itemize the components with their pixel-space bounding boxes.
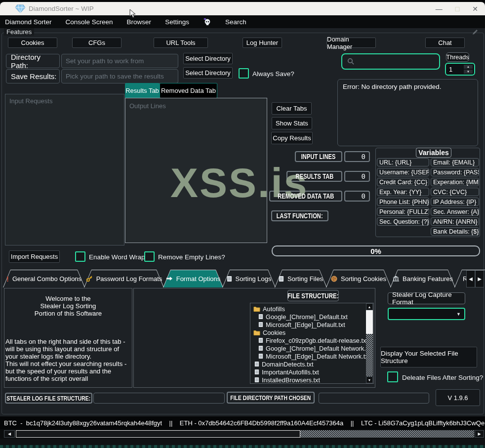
exclamation-icon: ! [6, 275, 9, 283]
input-lines-count: 0 [344, 151, 370, 162]
select-directory-button-2[interactable]: Select Directory [183, 67, 233, 79]
cookie-icon [331, 276, 337, 282]
import-requests-button[interactable]: Import Requests [9, 250, 60, 263]
welcome-line-1: Welcome to the [4, 295, 132, 302]
tab-sorting-logs[interactable]: Sorting Logs [222, 270, 276, 287]
skull-icon[interactable] [196, 15, 218, 28]
file-icon [258, 337, 263, 343]
tree-item-file[interactable]: Google_[Chrome]_Default Network.txt [250, 344, 373, 352]
clear-tabs-button[interactable]: Clear Tabs [272, 102, 312, 115]
variable-sec-answer: Sec. Answer: {A} [431, 207, 479, 216]
tree-item-file[interactable]: Microsoft_[Edge]_Default Network.txt [250, 352, 373, 360]
tree-scrollbar[interactable]: ▲ ▼ [366, 303, 373, 383]
display-file-structure-button[interactable]: Display Your Selected File Structure [380, 347, 477, 367]
word-wrap-label: Enable Word Wrap? [89, 253, 149, 261]
input-requests-area[interactable]: Input Requests [5, 94, 124, 245]
key-icon [86, 275, 93, 282]
hscrollbar-track[interactable] [300, 430, 474, 438]
search-box[interactable] [341, 53, 440, 70]
chat-button[interactable]: Chat [425, 38, 465, 48]
log-hunter-button[interactable]: Log Hunter [242, 38, 282, 48]
menu-search[interactable]: Search [218, 15, 253, 28]
document-icon [279, 276, 284, 282]
cfgs-button[interactable]: CFGs [72, 38, 121, 48]
pencil-icon [472, 29, 479, 36]
maximize-button[interactable]: □ [455, 5, 459, 13]
domain-manager-button[interactable]: Domain Manager [326, 38, 376, 48]
tab-sorting-files[interactable]: Sorting Files [275, 270, 327, 287]
save-results-input[interactable] [62, 73, 178, 80]
cookies-button[interactable]: Cookies [8, 38, 57, 48]
threads-spinner[interactable]: 1 ▲ ▼ [445, 63, 475, 76]
arrow-right-icon [166, 276, 173, 281]
tree-item-file[interactable]: Google_[Chrome]_Default.txt [250, 313, 373, 321]
always-save-checkbox[interactable] [239, 68, 249, 79]
file-directory-path-field[interactable] [319, 393, 429, 404]
input-requests-placeholder: Input Requests [9, 97, 120, 105]
menu-settings[interactable]: Settings [158, 15, 196, 28]
scrollbar-thumb[interactable] [366, 310, 373, 334]
tab-results[interactable]: Results Tab [125, 83, 160, 98]
scroll-left-button[interactable]: ◀ [4, 430, 15, 438]
tree-item-folder[interactable]: Autofills [250, 305, 373, 313]
bank-icon [393, 276, 399, 282]
tree-item-file[interactable]: Microsoft_[Edge]_Default.txt [250, 321, 373, 328]
remove-empty-label: Remove Empty Lines? [158, 253, 225, 261]
scroll-up-button[interactable]: ▲ [366, 303, 373, 310]
directory-path-input[interactable] [62, 57, 178, 65]
word-wrap-checkbox[interactable] [75, 251, 85, 262]
file-tree[interactable]: Autofills Google_[Chrome]_Default.txt Mi… [250, 303, 374, 384]
copy-results-button[interactable]: Copy Results [271, 132, 313, 144]
input-lines-label: INPUT LINES [295, 151, 342, 162]
hscrollbar-thumb[interactable] [16, 430, 300, 438]
menu-bar: Diamond Sorter Console Screen Browser Se… [0, 15, 485, 28]
file-icon [258, 345, 263, 351]
tab-removed-data[interactable]: Removed Data Tab [160, 83, 217, 98]
file-icon [258, 314, 263, 320]
variable-cvc: CVC: {CVC} [431, 188, 479, 196]
close-button[interactable]: ✕ [472, 5, 478, 13]
tab-general-combo-options[interactable]: !General Combo Options [3, 270, 85, 287]
tab-format-options[interactable]: Format Options [163, 270, 223, 287]
select-directory-button-1[interactable]: Select Directory [183, 53, 233, 64]
menu-browser[interactable]: Browser [120, 15, 159, 28]
tree-item-file[interactable]: ImportantAutofills.txt [250, 368, 373, 376]
capture-format-dropdown[interactable]: ▼ [388, 308, 465, 320]
delete-files-label: Deleate Files After Sorting? [402, 374, 483, 381]
tree-item-file[interactable]: InstalledBrowsers.txt [250, 376, 373, 384]
search-icon [347, 58, 355, 65]
crypto-addresses: BTC - bc1q78jk24l3uty88xgy26vatam45rqkah… [4, 419, 485, 427]
delete-files-checkbox[interactable] [387, 371, 398, 382]
tab-sorting-cookies[interactable]: Sorting Cookies [326, 270, 391, 287]
minimize-button[interactable]: — [436, 5, 443, 13]
folder-icon [253, 330, 260, 335]
stealer-log-structure-field[interactable] [93, 393, 225, 404]
variables-title: Variables [416, 148, 451, 158]
threads-down-button[interactable]: ▼ [464, 70, 473, 74]
file-icon [254, 377, 259, 383]
tab-scroll-right-button[interactable]: ▶ [475, 270, 484, 287]
stealer-log-structure-label: STEALER LOG FILE STRUCTURE: [5, 393, 92, 404]
tree-item-file[interactable]: DomainDetects.txt [250, 360, 373, 368]
menu-diamond-sorter[interactable]: Diamond Sorter [0, 15, 59, 28]
menu-console-screen[interactable]: Console Screen [59, 15, 120, 28]
file-icon [258, 322, 263, 327]
remove-empty-checkbox[interactable] [144, 251, 155, 262]
directory-path-label: Directory Path: [6, 54, 60, 68]
tree-item-folder[interactable]: Cookies [250, 328, 373, 336]
url-tools-button[interactable]: URL Tools [154, 38, 208, 48]
output-lines-area[interactable]: Output Lines [125, 98, 267, 243]
document-icon [227, 276, 232, 282]
show-stats-button[interactable]: Show Stats [272, 117, 312, 129]
tab-banking-features[interactable]: Banking Features [390, 270, 455, 287]
scroll-down-button[interactable]: ▼ [366, 376, 373, 383]
threads-up-button[interactable]: ▲ [464, 65, 473, 69]
tree-item-file[interactable]: Firefox_c09zp0gb.default-release.txt [250, 336, 373, 344]
tab-password-log-formats[interactable]: Password Log Formats [84, 270, 164, 287]
status-bar: BTC - bc1q78jk24l3uty88xgy26vatam45rqkah… [0, 416, 485, 429]
tab-scroll-left-button[interactable]: ◀ [466, 270, 475, 287]
scroll-right-button[interactable]: ▶ [475, 430, 484, 438]
horizontal-scrollbar[interactable]: ◀ ▶ [0, 429, 485, 439]
features-group-label: Features [4, 28, 34, 36]
scrollbar-track[interactable] [366, 334, 373, 376]
